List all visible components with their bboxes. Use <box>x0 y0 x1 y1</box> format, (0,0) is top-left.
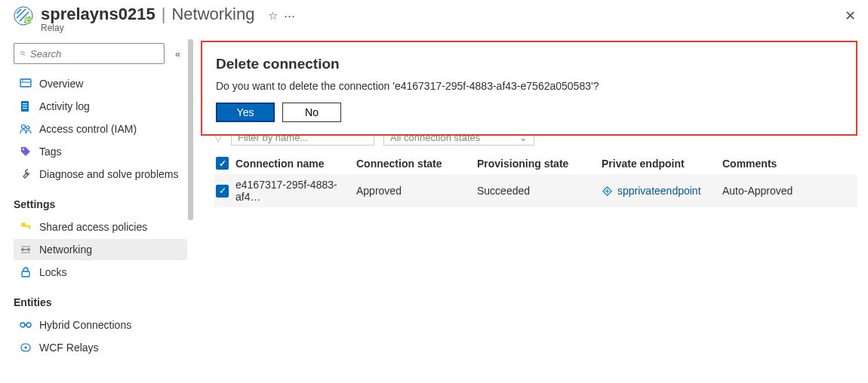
svg-point-27 <box>25 347 27 349</box>
svg-point-13 <box>26 126 29 129</box>
sidebar-item-hybrid[interactable]: Hybrid Connections <box>14 314 187 336</box>
svg-point-14 <box>23 149 24 150</box>
svg-point-1 <box>24 17 32 24</box>
overview-icon <box>20 78 32 90</box>
hybrid-icon <box>20 319 32 331</box>
sidebar-item-label: WCF Relays <box>39 342 99 354</box>
wrench-icon <box>20 168 32 180</box>
svg-line-4 <box>24 54 26 56</box>
sidebar-item-label: Access control (IAM) <box>39 123 137 135</box>
svg-point-3 <box>21 51 24 54</box>
sidebar-scrollbar[interactable] <box>188 39 193 381</box>
row-checkbox[interactable]: ✓ <box>216 185 229 198</box>
key-icon <box>20 221 32 233</box>
sidebar-item-label: Networking <box>39 244 92 256</box>
sidebar-item-diagnose[interactable]: Diagnose and solve problems <box>14 164 187 185</box>
sidebar-group-settings: Settings <box>14 186 193 215</box>
sidebar: « Overview Activity log Access control (… <box>0 39 193 381</box>
cell-comments: Auto-Approved <box>722 185 857 197</box>
sidebar-item-networking[interactable]: Networking <box>14 239 187 260</box>
svg-point-20 <box>27 248 30 251</box>
delete-connection-dialog: Delete connection Do you want to delete … <box>201 41 857 136</box>
col-comments: Comments <box>722 158 857 170</box>
cell-connection-name: e4167317-295f-4883-af4… <box>235 179 356 203</box>
sidebar-item-label: Hybrid Connections <box>39 319 131 331</box>
activity-log-icon <box>20 100 32 112</box>
sidebar-item-label: Activity log <box>39 100 90 112</box>
col-connection-name: Connection name <box>235 158 356 170</box>
search-icon <box>20 48 26 59</box>
svg-rect-10 <box>23 106 27 106</box>
dialog-message: Do you want to delete the connection 'e4… <box>216 80 842 92</box>
sidebar-item-wcf[interactable]: WCF Relays <box>14 337 187 358</box>
sidebar-item-activity-log[interactable]: Activity log <box>14 96 187 117</box>
sidebar-item-overview[interactable]: Overview <box>14 73 187 94</box>
private-endpoint-icon <box>602 185 613 197</box>
title-separator: | <box>162 5 166 24</box>
col-provisioning-state: Provisioning state <box>477 158 602 170</box>
dialog-no-button[interactable]: No <box>282 103 341 122</box>
cell-connection-state: Approved <box>356 185 477 197</box>
svg-rect-17 <box>29 227 30 229</box>
wcf-icon <box>20 342 32 354</box>
private-endpoint-link[interactable]: spprivateendpoint <box>617 185 701 197</box>
dialog-title: Delete connection <box>216 56 842 72</box>
sidebar-item-label: Shared access policies <box>39 221 147 233</box>
svg-point-7 <box>22 80 23 81</box>
svg-rect-16 <box>25 225 30 227</box>
sidebar-item-access-control[interactable]: Access control (IAM) <box>14 118 187 139</box>
lock-icon <box>20 266 32 278</box>
svg-point-19 <box>21 248 24 251</box>
collapse-sidebar-icon[interactable]: « <box>175 48 180 60</box>
tag-icon <box>20 146 32 158</box>
col-connection-state: Connection state <box>356 158 477 170</box>
sidebar-item-shared-access[interactable]: Shared access policies <box>14 216 187 237</box>
select-all-checkbox[interactable]: ✓ <box>216 157 229 170</box>
svg-rect-11 <box>23 108 27 109</box>
col-private-endpoint: Private endpoint <box>602 158 722 170</box>
networking-icon <box>20 244 32 256</box>
sidebar-item-label: Tags <box>39 146 62 158</box>
sidebar-search[interactable] <box>14 43 165 64</box>
cell-private-endpoint[interactable]: spprivateendpoint <box>602 185 722 197</box>
connections-table: ✓ Connection name Connection state Provi… <box>214 152 857 207</box>
dialog-yes-button[interactable]: Yes <box>216 103 275 122</box>
sidebar-item-label: Overview <box>39 78 83 90</box>
svg-rect-9 <box>23 103 27 104</box>
svg-rect-5 <box>20 79 31 87</box>
sidebar-item-locks[interactable]: Locks <box>14 262 187 283</box>
sidebar-item-label: Diagnose and solve problems <box>39 168 178 180</box>
search-input[interactable] <box>30 48 158 60</box>
access-control-icon <box>20 123 32 135</box>
sidebar-item-tags[interactable]: Tags <box>14 141 187 162</box>
close-icon[interactable]: ✕ <box>845 8 856 24</box>
resource-type: Relay <box>41 23 295 33</box>
svg-rect-23 <box>22 271 29 277</box>
more-icon[interactable]: ⋯ <box>284 9 295 23</box>
relay-icon <box>14 6 33 28</box>
page-title: Networking <box>171 5 254 24</box>
resource-title: sprelayns0215 <box>41 5 155 24</box>
main-content: Delete connection Do you want to delete … <box>193 39 868 381</box>
sidebar-item-label: Locks <box>39 266 67 278</box>
svg-point-12 <box>22 125 26 129</box>
table-header-row: ✓ Connection name Connection state Provi… <box>214 152 857 174</box>
cell-provisioning-state: Succeeded <box>477 185 602 197</box>
sidebar-group-entities: Entities <box>14 284 193 313</box>
favorite-icon[interactable]: ☆ <box>268 9 278 23</box>
table-row[interactable]: ✓ e4167317-295f-4883-af4… Approved Succe… <box>214 174 857 207</box>
page-header: sprelayns0215 | Networking ☆ ⋯ Relay ✕ <box>0 0 868 39</box>
